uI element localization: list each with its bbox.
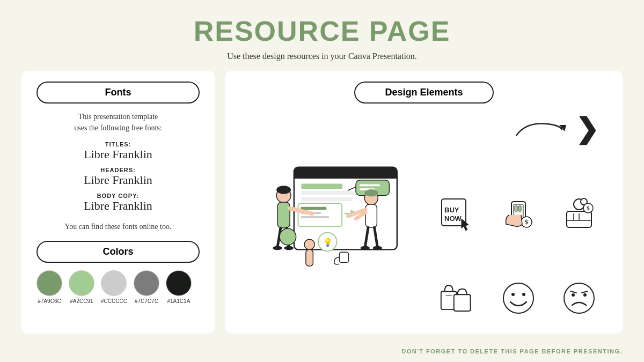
- svg-text:BUY: BUY: [444, 206, 459, 214]
- svg-rect-27: [365, 204, 377, 227]
- color-circle: [101, 270, 127, 296]
- color-hex-label: #7A9C6C: [38, 298, 61, 304]
- fonts-heading: Fonts: [36, 82, 200, 104]
- design-content: 💡 ❯: [238, 109, 610, 323]
- svg-point-24: [280, 228, 296, 245]
- color-circle: [166, 270, 192, 296]
- svg-point-22: [273, 246, 282, 250]
- color-circle: [134, 270, 159, 296]
- svg-rect-11: [301, 206, 326, 210]
- svg-rect-35: [306, 249, 313, 266]
- svg-text:$: $: [587, 205, 590, 211]
- svg-rect-13: [301, 216, 329, 218]
- headers-font-entry: HEADERS: Libre Franklin: [36, 167, 200, 187]
- icons-area: ❯ BUY NOW: [427, 109, 610, 323]
- svg-text:NOW: NOW: [444, 215, 462, 223]
- phone-icon: $: [499, 196, 538, 234]
- color-swatch-group: #A2CC91: [69, 270, 94, 304]
- right-panel: Design Elements: [225, 71, 623, 334]
- svg-point-62: [511, 293, 515, 296]
- page-subtitle: Use these design resources in your Canva…: [0, 51, 644, 61]
- color-swatch-group: #7C7C7C: [134, 270, 159, 304]
- svg-rect-8: [360, 184, 380, 186]
- headers-font-name: Libre Franklin: [36, 173, 200, 187]
- svg-point-32: [361, 246, 370, 250]
- page-title: RESOURCE PAGE: [0, 0, 644, 47]
- buy-now-icon: BUY NOW: [438, 196, 477, 234]
- cashier-icon: $: [560, 196, 598, 234]
- color-swatch-group: #7A9C6C: [36, 270, 62, 304]
- svg-text:💡: 💡: [323, 237, 333, 247]
- svg-point-23: [284, 246, 294, 250]
- svg-rect-4: [301, 190, 363, 195]
- titles-font-name: Libre Franklin: [36, 147, 200, 161]
- svg-rect-59: [453, 294, 470, 311]
- sad-face-icon: [560, 279, 598, 317]
- svg-rect-47: [518, 206, 521, 211]
- illustration-area: 💡: [238, 109, 422, 323]
- icons-row-1: BUY NOW: [427, 196, 610, 234]
- fonts-description: This presentation template uses the foll…: [36, 111, 200, 134]
- svg-point-66: [583, 293, 587, 297]
- svg-point-26: [364, 189, 378, 196]
- curved-arrow-icon: [511, 114, 570, 144]
- svg-text:$: $: [525, 218, 528, 226]
- color-hex-label: #CCCCCC: [101, 298, 127, 304]
- color-hex-label: #1A1C1A: [167, 298, 191, 304]
- main-content: Fonts This presentation template uses th…: [21, 71, 623, 334]
- color-swatches: #7A9C6C#A2CC91#CCCCCC#7C7C7C#1A1C1A: [36, 270, 200, 304]
- colors-section: Colors #7A9C6C#A2CC91#CCCCCC#7C7C7C#1A1C…: [36, 241, 200, 304]
- headers-label: HEADERS:: [36, 167, 200, 173]
- arrow-area: ❯: [427, 114, 610, 144]
- color-circle: [69, 270, 94, 296]
- svg-point-64: [564, 283, 594, 313]
- svg-point-33: [373, 246, 382, 250]
- shopping-bags-icon: [438, 279, 477, 317]
- titles-label: TITLES:: [36, 141, 200, 147]
- svg-point-63: [522, 293, 525, 296]
- left-panel: Fonts This presentation template uses th…: [21, 71, 215, 334]
- chevron-right-icon: ❯: [575, 115, 599, 143]
- svg-point-34: [304, 239, 314, 249]
- color-swatch-group: #CCCCCC: [101, 270, 127, 304]
- svg-point-65: [572, 293, 575, 297]
- find-fonts-text: You can find these fonts online too.: [36, 223, 200, 231]
- svg-rect-18: [277, 202, 290, 228]
- illustration-svg: 💡: [252, 152, 408, 280]
- body-font-name: Libre Franklin: [36, 199, 200, 213]
- svg-point-61: [503, 283, 533, 313]
- color-swatch-group: #1A1C1A: [166, 270, 192, 304]
- footer-note: DON'T FORGET TO DELETE THIS PAGE BEFORE …: [401, 348, 623, 354]
- svg-rect-2: [294, 173, 397, 179]
- svg-point-17: [276, 186, 291, 194]
- colors-heading: Colors: [36, 241, 200, 263]
- design-elements-heading: Design Elements: [354, 82, 494, 104]
- icons-row-2: [427, 279, 610, 317]
- body-label: BODY COPY:: [36, 193, 200, 199]
- color-hex-label: #A2CC91: [70, 298, 93, 304]
- svg-rect-3: [301, 183, 342, 189]
- svg-rect-5: [301, 197, 353, 201]
- svg-rect-10: [298, 203, 342, 226]
- svg-rect-38: [339, 252, 348, 262]
- svg-rect-46: [515, 206, 517, 211]
- color-circle: [36, 270, 62, 296]
- body-font-entry: BODY COPY: Libre Franklin: [36, 193, 200, 213]
- color-hex-label: #7C7C7C: [135, 298, 158, 304]
- titles-font-entry: TITLES: Libre Franklin: [36, 141, 200, 161]
- happy-face-icon: [499, 279, 538, 317]
